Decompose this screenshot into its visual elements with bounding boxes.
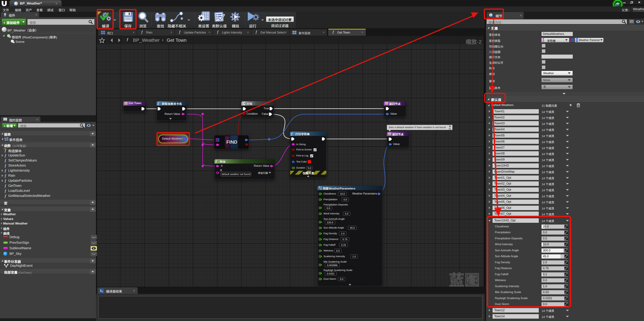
svg-text:f: f [5,153,6,158]
svg-text:f: f [5,179,6,183]
svg-text:f: f [5,148,6,153]
svg-text:f: f [5,173,6,178]
svg-text:f: f [5,189,6,193]
svg-text:i: i [490,14,491,17]
svg-text:f: f [5,194,6,198]
svg-text:f: f [291,132,293,136]
svg-text:f: f [5,184,6,188]
svg-text:f: f [158,101,160,105]
svg-text:f: f [5,158,6,163]
svg-text:f: f [5,168,6,173]
svg-text:f: f [216,159,217,163]
svg-text:f: f [5,163,6,168]
